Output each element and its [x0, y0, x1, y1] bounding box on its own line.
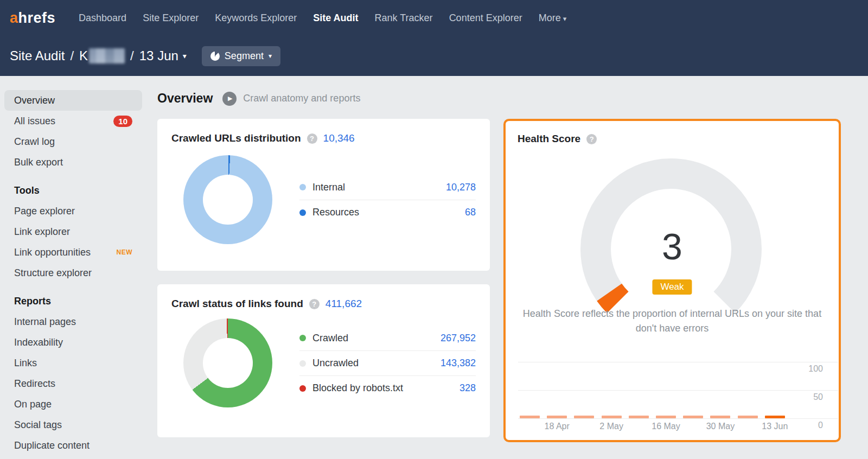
breadcrumb-root[interactable]: Site Audit — [10, 48, 65, 63]
health-score-description: Health Score reflects the proportion of … — [522, 307, 822, 336]
breadcrumb-separator-2: / — [130, 48, 134, 63]
sidebar-item-label: Bulk export — [14, 157, 63, 168]
nav-item-site-audit[interactable]: Site Audit — [313, 12, 358, 24]
play-video-button[interactable]: ▶ — [222, 92, 237, 106]
x-axis-tick-label: 16 May — [652, 422, 680, 431]
legend-label: Blocked by robots.txt — [312, 382, 403, 394]
legend-value-link[interactable]: 328 — [459, 382, 476, 394]
chevron-down-icon: ▾ — [563, 15, 567, 23]
crawled-urls-donut-chart — [183, 155, 272, 244]
legend-value-link[interactable]: 68 — [465, 207, 476, 218]
legend-value-link[interactable]: 10,278 — [446, 182, 476, 193]
nav-item-more[interactable]: More▾ — [539, 12, 567, 24]
x-axis-tick-label: 13 Jun — [762, 422, 788, 431]
sidebar-item-label: Overview — [14, 95, 55, 106]
crawled-urls-title: Crawled URLs distribution — [171, 132, 301, 144]
legend-row: Resources68 — [299, 200, 476, 225]
legend-row: Crawled267,952 — [299, 326, 476, 350]
legend-dot — [299, 360, 306, 367]
legend-label: Resources — [312, 207, 359, 218]
sidebar-item-label: On page — [14, 399, 52, 410]
sidebar-item-social-tags[interactable]: Social tags — [4, 415, 142, 435]
logo-rest: hrefs — [18, 10, 56, 26]
sidebar-item-link-opportunities[interactable]: Link opportunitiesNEW — [4, 242, 142, 263]
breadcrumb: Site Audit / K / 13 Jun ▾ — [10, 48, 187, 63]
legend-dot — [299, 335, 306, 341]
crawl-status-total[interactable]: 411,662 — [326, 298, 362, 310]
nav-item-keywords-explorer[interactable]: Keywords Explorer — [215, 12, 297, 24]
sidebar-item-links[interactable]: Links — [4, 353, 142, 373]
sidebar-item-bulk-export[interactable]: Bulk export — [4, 152, 142, 173]
main-content: Overview ▶ Crawl anatomy and reports Cra… — [146, 76, 868, 459]
page-subtitle[interactable]: Crawl anatomy and reports — [243, 93, 360, 104]
sidebar-item-structure-explorer[interactable]: Structure explorer — [4, 263, 142, 283]
health-score-value: 3 — [506, 225, 839, 267]
top-header: ahrefs DashboardSite ExplorerKeywords Ex… — [0, 0, 868, 76]
crawl-status-card: Crawl status of links found ? 411,662 Cr… — [157, 284, 490, 437]
sidebar-item-page-explorer[interactable]: Page explorer — [4, 201, 142, 221]
sidebar-item-label: Indexability — [14, 337, 63, 348]
breadcrumb-project-blurred — [89, 48, 125, 63]
sidebar-item-redirects[interactable]: Redirects — [4, 373, 142, 394]
logo-letter-a: a — [10, 10, 18, 26]
sidebar-item-link-explorer[interactable]: Link explorer — [4, 221, 142, 242]
page-title: Overview — [157, 91, 213, 106]
legend-dot — [299, 209, 306, 216]
help-icon[interactable]: ? — [586, 134, 597, 144]
help-icon[interactable]: ? — [309, 299, 320, 309]
sidebar-item-label: Links — [14, 358, 37, 369]
crawled-urls-legend: Internal10,278Resources68 — [299, 175, 476, 225]
crawl-status-donut-chart — [183, 318, 272, 407]
nav-item-content-explorer[interactable]: Content Explorer — [449, 12, 522, 24]
crawl-date-dropdown[interactable]: 13 Jun ▾ — [139, 48, 187, 63]
sidebar-item-all-issues[interactable]: All issues10 — [4, 111, 142, 131]
gauge-arc — [609, 292, 618, 303]
sidebar-item-on-page[interactable]: On page — [4, 394, 142, 415]
history-bar — [547, 416, 567, 418]
y-axis-tick-label: 100 — [808, 364, 823, 374]
sidebar-item-duplicate-content[interactable]: Duplicate content — [4, 435, 142, 456]
x-axis-tick-label: 2 May — [599, 422, 623, 431]
sidebar-item-crawl-log[interactable]: Crawl log — [4, 131, 142, 152]
history-bar — [738, 416, 758, 418]
segment-label: Segment — [225, 50, 264, 62]
gridline — [518, 418, 838, 419]
gridline — [518, 390, 838, 391]
history-bar — [683, 416, 703, 418]
y-axis-tick-label: 0 — [818, 420, 823, 430]
legend-dot — [299, 184, 306, 190]
legend-row: Uncrawled143,382 — [299, 350, 476, 375]
gridline — [518, 362, 838, 362]
health-score-history-chart: 10050018 Apr2 May16 May30 May13 Jun — [518, 354, 838, 436]
nav-item-rank-tracker[interactable]: Rank Tracker — [375, 12, 433, 24]
left-cards-column: Crawled URLs distribution ? 10,346 Inter… — [157, 119, 490, 442]
new-tag: NEW — [117, 248, 133, 256]
nav-item-site-explorer[interactable]: Site Explorer — [143, 12, 199, 24]
history-bar — [710, 416, 730, 418]
crawled-urls-total[interactable]: 10,346 — [323, 132, 355, 144]
segment-button[interactable]: Segment ▾ — [202, 46, 280, 66]
sidebar-item-label: Internal pages — [14, 316, 76, 328]
sidebar-section-reports: Reports — [4, 291, 142, 311]
crawl-status-title: Crawl status of links found — [171, 298, 303, 310]
x-axis-tick-label: 18 Apr — [545, 422, 570, 431]
legend-row: Internal10,278 — [299, 175, 476, 200]
sidebar-item-label: Redirects — [14, 378, 55, 390]
legend-label: Uncrawled — [312, 358, 359, 369]
sidebar-item-label: Duplicate content — [14, 440, 90, 451]
sidebar-item-internal-pages[interactable]: Internal pages — [4, 311, 142, 332]
nav-item-dashboard[interactable]: Dashboard — [79, 12, 126, 24]
top-navbar: ahrefs DashboardSite ExplorerKeywords Ex… — [0, 0, 868, 36]
legend-label: Internal — [312, 182, 345, 193]
sidebar-item-overview[interactable]: Overview — [4, 90, 142, 111]
health-rating-badge: Weak — [652, 279, 692, 295]
legend-value-link[interactable]: 143,382 — [441, 358, 476, 369]
sidebar-item-label: Link explorer — [14, 226, 70, 238]
help-icon[interactable]: ? — [307, 133, 317, 144]
x-axis-tick-label: 30 May — [706, 422, 735, 431]
ahrefs-logo[interactable]: ahrefs — [10, 10, 55, 27]
sidebar-item-indexability[interactable]: Indexability — [4, 332, 142, 353]
breadcrumb-project-text[interactable]: K — [79, 48, 88, 63]
legend-value-link[interactable]: 267,952 — [441, 333, 476, 344]
history-bar — [520, 416, 540, 418]
